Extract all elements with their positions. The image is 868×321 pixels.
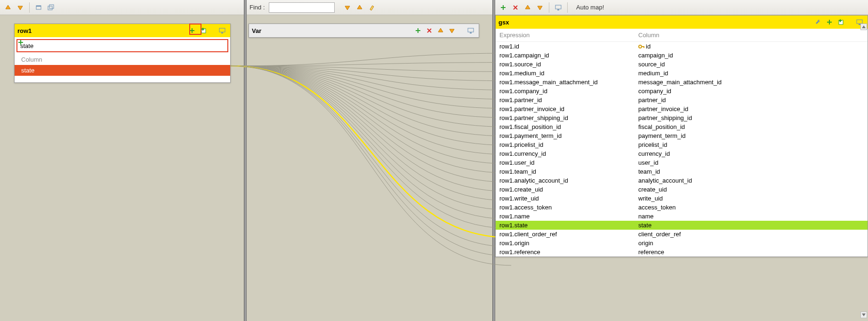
minimize-button[interactable]	[33, 2, 44, 13]
mapping-row[interactable]: row1.team_idteam_id	[496, 167, 868, 176]
mapping-row[interactable]: row1.fiscal_position_idfiscal_position_i…	[496, 122, 868, 131]
column-cell: payment_term_id	[638, 132, 685, 139]
right-toolbar: Auto map!	[495, 0, 868, 15]
expression-cell: row1.fiscal_position_id	[499, 123, 638, 130]
gsx-wrench-button[interactable]	[813, 17, 823, 27]
highlight-matches-button[interactable]	[367, 2, 377, 13]
var-up-button[interactable]	[435, 25, 446, 36]
mapping-row[interactable]: row1.access_tokenaccess_token	[496, 203, 868, 212]
svg-rect-7	[468, 28, 474, 32]
mapping-row[interactable]: row1.medium_idmedium_id	[496, 69, 868, 78]
mapping-row[interactable]: row1.create_uidcreate_uid	[496, 185, 868, 194]
expression-cell: row1.user_id	[499, 159, 638, 166]
column-cell: user_id	[638, 159, 659, 166]
filter-row	[15, 37, 230, 54]
expression-cell: row1.id	[499, 43, 638, 50]
mapping-row[interactable]: row1.source_idsource_id	[496, 60, 868, 69]
move-down-button[interactable]	[15, 2, 25, 13]
left-toolbar	[0, 0, 244, 15]
column-cell: campaign_id	[638, 52, 673, 59]
mapping-row[interactable]: row1.message_main_attachment_idmessage_m…	[496, 78, 868, 87]
output-monitor-button[interactable]	[553, 2, 563, 13]
mapping-row[interactable]: row1.partner_invoice_idpartner_invoice_i…	[496, 104, 868, 113]
find-next-button[interactable]	[342, 2, 353, 13]
var-down-button[interactable]	[447, 25, 457, 36]
right-pane: Auto map! gsx Expression Column row1.idi…	[495, 0, 868, 321]
var-delete-button[interactable]	[424, 25, 434, 36]
column-cell: origin	[638, 240, 653, 247]
expression-cell: row1.payment_term_id	[499, 132, 638, 139]
column-cell: pricelist_id	[638, 141, 667, 148]
column-cell: partner_invoice_id	[638, 105, 688, 112]
mapping-row[interactable]: row1.pricelist_idpricelist_id	[496, 140, 868, 149]
mapping-row[interactable]: row1.namename	[496, 212, 868, 221]
scroll-down-button[interactable]	[860, 312, 867, 318]
column-cell: message_main_attachment_id	[638, 79, 722, 86]
column-cell: source_id	[638, 61, 665, 68]
expression-cell: row1.pricelist_id	[499, 141, 638, 148]
var-monitor-button[interactable]	[466, 25, 476, 36]
expression-cell: row1.currency_id	[499, 150, 638, 157]
find-label: Find :	[249, 4, 265, 11]
gsx-add-table-button[interactable]	[836, 17, 846, 27]
column-cell: company_id	[638, 88, 671, 95]
expression-cell: row1.state	[499, 222, 638, 229]
svg-rect-10	[557, 9, 559, 10]
mapping-row[interactable]: row1.idid	[496, 42, 868, 51]
var-card: Var	[249, 24, 479, 38]
output-delete-button[interactable]	[510, 2, 521, 13]
column-filter-input[interactable]	[16, 39, 228, 52]
expression-cell: row1.message_main_attachment_id	[499, 79, 638, 86]
svg-rect-2	[48, 6, 52, 10]
expression-cell: row1.name	[499, 213, 638, 220]
mapping-row[interactable]: row1.referencereference	[496, 248, 868, 257]
expression-cell: row1.medium_id	[499, 70, 638, 77]
column-header: Column	[15, 54, 230, 65]
column-cell: fiscal_position_id	[638, 123, 685, 130]
find-prev-button[interactable]	[354, 2, 365, 13]
var-add-button[interactable]	[413, 25, 423, 36]
auto-map-button[interactable]: Auto map!	[571, 4, 609, 11]
restore-button[interactable]	[46, 2, 56, 13]
find-input[interactable]	[269, 2, 335, 13]
mapping-row[interactable]: row1.campaign_idcampaign_id	[496, 51, 868, 60]
column-cell: partner_shipping_id	[638, 114, 692, 121]
output-up-button[interactable]	[522, 2, 533, 13]
mapping-row[interactable]: row1.write_uidwrite_uid	[496, 194, 868, 203]
column-cell: write_uid	[638, 195, 663, 202]
expression-cell: row1.partner_id	[499, 96, 638, 104]
add-row-button[interactable]	[16, 38, 25, 47]
mapping-row[interactable]: row1.currency_idcurrency_id	[496, 149, 868, 158]
move-up-button[interactable]	[3, 2, 13, 13]
column-cell: partner_id	[638, 96, 666, 104]
scroll-up-button[interactable]	[860, 24, 867, 30]
mapping-row[interactable]: row1.originorigin	[496, 239, 868, 248]
svg-rect-6	[221, 32, 223, 33]
expression-cell: row1.client_order_ref	[499, 231, 638, 238]
gsx-header: gsx	[496, 16, 868, 29]
mapping-row[interactable]: row1.client_order_refclient_order_ref	[496, 230, 868, 239]
gsx-card: gsx Expression Column row1.ididrow1.camp…	[495, 15, 868, 257]
column-cell: access_token	[638, 204, 676, 211]
spacer	[209, 25, 216, 36]
gsx-add-button[interactable]	[824, 17, 835, 27]
expression-cell: row1.create_uid	[499, 186, 638, 193]
toolbar-separator	[567, 2, 568, 13]
expression-cell: row1.partner_invoice_id	[499, 105, 638, 112]
column-cell: client_order_ref	[638, 231, 681, 238]
output-down-button[interactable]	[535, 2, 545, 13]
mapping-row[interactable]: row1.company_idcompany_id	[496, 87, 868, 96]
mapping-row[interactable]: row1.user_iduser_id	[496, 158, 868, 167]
mapping-row[interactable]: row1.partner_idpartner_id	[496, 96, 868, 104]
row1-title: row1	[17, 27, 32, 34]
column-item-state[interactable]: state	[15, 65, 230, 76]
output-add-button[interactable]	[498, 2, 508, 13]
card-monitor-button[interactable]	[217, 25, 227, 36]
svg-rect-3	[49, 5, 54, 8]
col-column-header: Column	[638, 32, 659, 39]
svg-rect-9	[555, 5, 561, 9]
mapping-row[interactable]: row1.analytic_account_idanalytic_account…	[496, 176, 868, 185]
mapping-row[interactable]: row1.partner_shipping_idpartner_shipping…	[496, 113, 868, 122]
mapping-row[interactable]: row1.statestate	[496, 221, 868, 230]
mapping-row[interactable]: row1.payment_term_idpayment_term_id	[496, 131, 868, 140]
